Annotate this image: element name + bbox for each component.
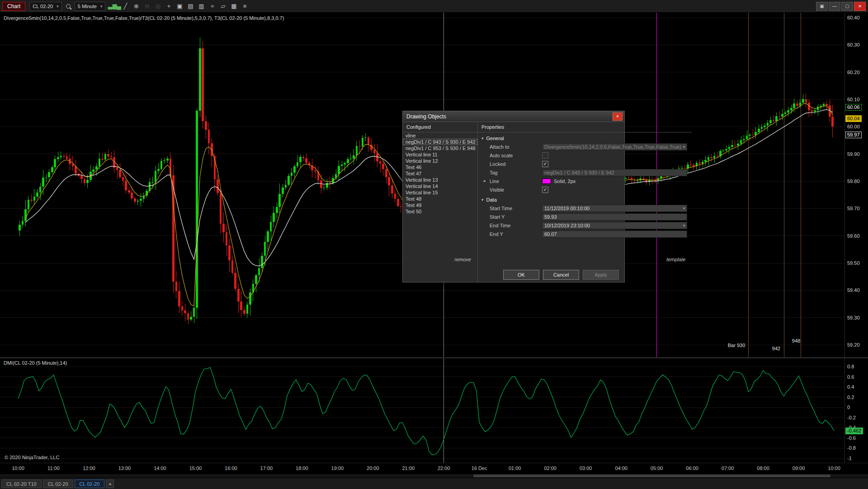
chart-tab-bar: CL 02-20 T10CL 02-20CL 02-20+ <box>0 478 868 489</box>
time-label: 17:00 <box>253 465 280 471</box>
drawing-object-item[interactable]: vline <box>403 132 477 139</box>
drawing-object-item[interactable]: Text 47 <box>403 170 477 177</box>
drawing-object-item[interactable]: Vertical line 13 <box>403 177 477 183</box>
property-row-line: Line▸Solid, 2px <box>478 177 692 185</box>
minimize-button[interactable]: — <box>829 2 840 11</box>
time-label: 13:00 <box>111 465 138 471</box>
grid-icon[interactable]: ▦ <box>229 2 239 11</box>
drawing-object-item[interactable]: Text 48 <box>403 196 477 202</box>
dmi-pane[interactable]: DMI(CL 02-20 (5 Minute),14) © 2020 Ninja… <box>0 358 844 463</box>
remove-link[interactable]: remove <box>454 257 471 262</box>
locked-checkbox[interactable]: ✓ <box>542 161 548 167</box>
drawing-object-item[interactable]: Text 50 <box>403 208 477 215</box>
drawing-object-item[interactable]: negDiv1 / C 953 / S 930 / E 948 <box>403 145 477 151</box>
instrument-selector[interactable]: CL 02-20 ▾ <box>29 2 61 11</box>
list-icon[interactable]: ≡ <box>240 2 250 11</box>
magnifier-icon <box>66 4 71 9</box>
chart-annotation[interactable]: 948 <box>792 338 800 343</box>
property-label: Visible <box>478 187 542 193</box>
drawing-object-item[interactable]: Vertical line 11 <box>403 151 477 158</box>
maximize-button[interactable]: ▢ <box>841 2 853 11</box>
cancel-button[interactable]: Cancel <box>543 270 579 280</box>
chart-style-icon[interactable]: ▃▆▄ <box>109 2 119 11</box>
time-label: 15:00 <box>182 465 209 471</box>
dmi-chart-svg <box>0 358 844 463</box>
drawing-object-item[interactable]: Text 49 <box>403 202 477 208</box>
drawing-object-item[interactable]: Vertical line 15 <box>403 189 477 196</box>
properties-panel: Properties ▾GeneralAttach toDivergence5m… <box>478 122 692 282</box>
print-icon[interactable]: ▥ <box>196 2 206 11</box>
property-row-tag: TagnegDiv1 / C 943 / S 930 / E 942 <box>478 168 692 177</box>
start-time-dropdown[interactable]: 11/12/2019 00:10:00▾ <box>542 205 687 212</box>
time-label: 22:00 <box>430 465 458 471</box>
template-link[interactable]: template <box>666 257 685 262</box>
dmi-tick: 0 <box>847 404 850 410</box>
chart-annotation[interactable]: 942 <box>772 346 780 351</box>
toolbar-icons: ▃▆▄╱⊕⊖◎+▣▤▥≈▱▦≡ <box>109 2 250 11</box>
property-row-start-time: Start Time11/12/2019 00:10:00▾ <box>478 204 692 212</box>
property-label: End Time <box>478 223 542 228</box>
time-label: 04:00 <box>608 465 635 471</box>
copyright-text: © 2020 NinjaTrader, LLC <box>5 455 59 460</box>
chart-tab-3[interactable]: CL 02-20 <box>75 480 105 488</box>
instrument-value: CL 02-20 <box>33 4 53 9</box>
page-icon[interactable]: ▤ <box>185 2 195 11</box>
expand-icon[interactable]: ▸ <box>484 179 486 183</box>
chart-annotation[interactable]: Bar 930 <box>728 343 745 348</box>
time-label: 03:00 <box>572 465 599 471</box>
chevron-down-icon: ▾ <box>683 206 685 211</box>
objects-icon[interactable]: ▱ <box>218 2 228 11</box>
attach-to-dropdown: Divergence5min(10,14,2,0.5,False,True,Tr… <box>542 143 687 150</box>
search-icon[interactable] <box>63 2 73 11</box>
zoom-in-icon[interactable]: ⊕ <box>131 2 141 11</box>
price-tick: 60.30 <box>847 42 860 47</box>
dialog-title-bar[interactable]: Drawing Objects × <box>403 111 624 122</box>
section-header-general[interactable]: ▾General <box>478 134 692 142</box>
dmi-indicator-label: DMI(CL 02-20 (5 Minute),14) <box>4 360 67 366</box>
drawing-object-item[interactable]: negDiv1 / C 943 / S 930 / E 942 <box>403 139 477 145</box>
price-tick: 60.40 <box>847 15 860 20</box>
interval-selector[interactable]: 5 Minute ▾ <box>75 2 106 11</box>
properties-rows: ▾GeneralAttach toDivergence5min(10,14,2,… <box>478 134 692 238</box>
end-y-field[interactable]: 60.07 <box>542 230 687 238</box>
ok-button[interactable]: OK <box>503 270 539 280</box>
drawing-objects-dialog: Drawing Objects × Configured vlinenegDiv… <box>402 111 625 282</box>
end-time-dropdown[interactable]: 10/12/2019 23:10:00▾ <box>542 222 687 229</box>
copy-icon[interactable]: ▣ <box>175 2 184 11</box>
indicators-icon[interactable]: ≈ <box>207 2 217 11</box>
drawing-object-item[interactable]: Vertical line 14 <box>403 183 477 189</box>
dmi-tick: -1 <box>847 456 852 461</box>
auto-scale-checkbox[interactable] <box>542 152 548 159</box>
time-label: 09:00 <box>785 465 812 471</box>
time-label: 10:00 <box>821 465 848 471</box>
collapse-icon[interactable]: ▾ <box>481 197 484 202</box>
add-tab-button[interactable]: + <box>106 480 114 488</box>
price-axis[interactable]: 60.4060.3060.2060.1060.0059.9059.8059.70… <box>844 13 868 357</box>
visible-checkbox[interactable]: ✓ <box>542 187 548 193</box>
property-label: Auto scale <box>478 153 542 158</box>
dmi-tick: -0.6 <box>847 435 856 441</box>
line-color-swatch[interactable] <box>542 179 551 184</box>
drawing-object-item[interactable]: Vertical line 12 <box>403 158 477 164</box>
property-label: Line▸ <box>478 179 542 184</box>
scrollbar-thumb[interactable] <box>473 475 830 477</box>
chart-tab-2[interactable]: CL 02-20 <box>43 480 73 488</box>
close-button[interactable]: × <box>854 2 866 11</box>
dialog-title: Drawing Objects <box>406 113 446 120</box>
add-icon[interactable]: + <box>164 2 174 11</box>
time-axis[interactable]: 10:0011:0012:0013:0014:0015:0016:0017:00… <box>0 463 868 475</box>
chart-tab-1[interactable]: CL 02-20 T10 <box>1 480 42 488</box>
price-tick: 59.20 <box>847 342 860 348</box>
start-y-field[interactable]: 59.93 <box>542 213 687 221</box>
link-button[interactable]: ▣ <box>816 2 828 11</box>
horizontal-scrollbar[interactable] <box>0 474 868 478</box>
price-tick: 59.50 <box>847 260 860 266</box>
close-icon[interactable]: × <box>613 113 623 121</box>
collapse-icon[interactable]: ▾ <box>481 136 484 141</box>
section-header-data[interactable]: ▾Data <box>478 196 692 204</box>
draw-tools-icon[interactable]: ╱ <box>120 2 130 11</box>
drawing-object-item[interactable]: Text 46 <box>403 164 477 170</box>
dmi-axis[interactable]: 0.80.60.40.20-0.2-0.4-0.6-0.8-1-0.462 <box>844 358 868 463</box>
time-label: 16:00 <box>217 465 245 471</box>
chart-menu-button[interactable]: Chart <box>2 2 25 11</box>
